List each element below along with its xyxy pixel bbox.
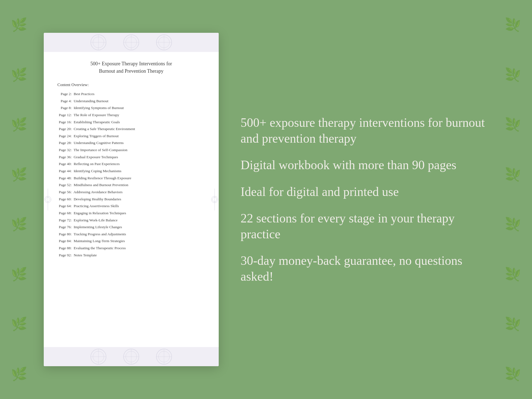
doc-section-label: Content Overview: <box>57 83 205 87</box>
toc-item: Page 40: Reflecting on Past Experiences <box>57 160 205 168</box>
doc-title-line2: Burnout and Prevention Therapy <box>99 68 163 74</box>
toc-item: Page 36: Gradual Exposure Techniques <box>57 154 205 161</box>
toc-item: Page 2: Best Practices <box>57 90 205 98</box>
feature-text-3: Ideal for digital and printed use <box>241 184 488 200</box>
toc-item: Page 64: Practicing Assertiveness Skills <box>57 203 205 210</box>
toc-item: Page 24: Exploring Triggers of Burnout <box>57 133 205 140</box>
doc-body: 500+ Exposure Therapy Interventions for … <box>44 52 219 347</box>
toc-list: Page 2: Best PracticesPage 4: Understand… <box>57 90 205 259</box>
toc-item: Page 52: Mindfulness and Burnout Prevent… <box>57 181 205 189</box>
toc-item: Page 4: Understanding Burnout <box>57 98 205 105</box>
main-content: 500+ Exposure Therapy Interventions for … <box>0 0 532 399</box>
toc-item: Page 60: Developing Healthy Boundaries <box>57 196 205 203</box>
doc-side-left-decoration <box>44 52 52 347</box>
feature-text-2: Digital workbook with more than 90 pages <box>241 157 488 173</box>
feature-text-4: 22 sections for every stage in your ther… <box>241 210 488 242</box>
toc-item: Page 8: Identifying Symptoms of Burnout <box>57 104 205 112</box>
toc-item: Page 92: Notes Template <box>57 252 205 259</box>
document-panel: 500+ Exposure Therapy Interventions for … <box>44 33 219 366</box>
doc-side-right-decoration <box>211 52 219 347</box>
text-panel: 500+ exposure therapy interventions for … <box>241 109 488 290</box>
feature-text-5: 30-day money-back guarantee, no question… <box>241 253 488 284</box>
toc-item: Page 48: Building Resilience Through Exp… <box>57 175 205 182</box>
toc-item: Page 28: Understanding Cognitive Pattern… <box>57 139 205 146</box>
doc-header-decoration <box>44 33 219 52</box>
toc-item: Page 20: Creating a Safe Therapeutic Env… <box>57 125 205 133</box>
doc-title: 500+ Exposure Therapy Interventions for … <box>57 60 205 75</box>
toc-item: Page 72: Exploring Work-Life Balance <box>57 217 205 224</box>
toc-item: Page 68: Engaging in Relaxation Techniqu… <box>57 210 205 217</box>
toc-item: Page 32: The Importance of Self-Compassi… <box>57 146 205 154</box>
toc-item: Page 16: Establishing Therapeutic Goals <box>57 119 205 126</box>
feature-text-1: 500+ exposure therapy interventions for … <box>241 115 488 146</box>
doc-title-line1: 500+ Exposure Therapy Interventions for <box>90 61 172 66</box>
toc-item: Page 88: Evaluating the Therapeutic Proc… <box>57 245 205 252</box>
toc-item: Page 84: Maintaining Long-Term Strategie… <box>57 237 205 245</box>
toc-item: Page 12: The Role of Exposure Therapy <box>57 112 205 119</box>
toc-item: Page 80: Tracking Progress and Adjustmen… <box>57 231 205 238</box>
doc-footer-decoration <box>44 347 219 366</box>
toc-item: Page 44: Identifying Coping Mechanisms <box>57 168 205 175</box>
toc-item: Page 56: Addressing Avoidance Behaviors <box>57 189 205 196</box>
toc-item: Page 76: Implementing Lifestyle Changes <box>57 224 205 231</box>
